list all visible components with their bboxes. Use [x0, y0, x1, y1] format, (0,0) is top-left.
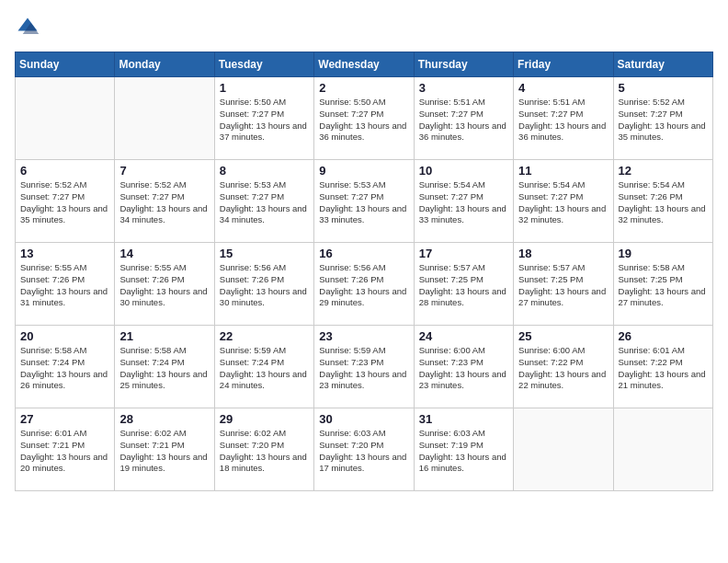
- weekday-header: Tuesday: [214, 52, 313, 77]
- calendar-cell: [115, 77, 214, 160]
- day-number: 17: [419, 247, 508, 260]
- day-number: 25: [518, 329, 608, 343]
- day-detail: Sunrise: 5:51 AM Sunset: 7:27 PM Dayligh…: [419, 97, 508, 144]
- day-number: 1: [220, 81, 309, 95]
- day-detail: Sunrise: 5:55 AM Sunset: 7:26 PM Dayligh…: [20, 262, 109, 309]
- calendar-cell: [613, 408, 712, 491]
- day-detail: Sunrise: 5:58 AM Sunset: 7:25 PM Dayligh…: [619, 262, 708, 309]
- day-detail: Sunrise: 6:02 AM Sunset: 7:21 PM Dayligh…: [119, 428, 209, 475]
- day-detail: Sunrise: 6:01 AM Sunset: 7:21 PM Dayligh…: [20, 428, 109, 475]
- day-number: 30: [319, 412, 408, 426]
- day-number: 26: [619, 329, 708, 343]
- day-detail: Sunrise: 5:58 AM Sunset: 7:24 PM Dayligh…: [20, 345, 109, 392]
- day-detail: Sunrise: 5:53 AM Sunset: 7:27 PM Dayligh…: [319, 179, 408, 226]
- page-header: [15, 15, 713, 40]
- day-number: 18: [518, 247, 608, 260]
- calendar-cell: 12Sunrise: 5:54 AM Sunset: 7:26 PM Dayli…: [613, 160, 712, 243]
- day-number: 16: [319, 247, 408, 260]
- day-number: 5: [619, 81, 708, 95]
- day-detail: Sunrise: 6:02 AM Sunset: 7:20 PM Dayligh…: [220, 428, 309, 475]
- day-detail: Sunrise: 6:00 AM Sunset: 7:23 PM Dayligh…: [419, 345, 508, 392]
- day-number: 19: [619, 247, 708, 260]
- calendar-cell: [514, 408, 613, 491]
- day-detail: Sunrise: 5:54 AM Sunset: 7:26 PM Dayligh…: [619, 179, 708, 226]
- calendar-cell: 17Sunrise: 5:57 AM Sunset: 7:25 PM Dayli…: [414, 243, 513, 326]
- calendar-cell: 6Sunrise: 5:52 AM Sunset: 7:27 PM Daylig…: [16, 160, 115, 243]
- calendar-cell: 27Sunrise: 6:01 AM Sunset: 7:21 PM Dayli…: [16, 408, 115, 491]
- calendar-cell: 10Sunrise: 5:54 AM Sunset: 7:27 PM Dayli…: [414, 160, 513, 243]
- calendar-cell: 21Sunrise: 5:58 AM Sunset: 7:24 PM Dayli…: [115, 326, 214, 408]
- logo: [15, 15, 44, 40]
- day-number: 8: [220, 164, 309, 178]
- calendar-cell: 29Sunrise: 6:02 AM Sunset: 7:20 PM Dayli…: [214, 408, 313, 491]
- calendar-cell: 7Sunrise: 5:52 AM Sunset: 7:27 PM Daylig…: [115, 160, 214, 243]
- day-number: 22: [220, 329, 309, 343]
- calendar-week-row: 6Sunrise: 5:52 AM Sunset: 7:27 PM Daylig…: [16, 160, 713, 243]
- day-detail: Sunrise: 5:50 AM Sunset: 7:27 PM Dayligh…: [319, 97, 408, 144]
- day-detail: Sunrise: 5:50 AM Sunset: 7:27 PM Dayligh…: [220, 97, 309, 144]
- day-number: 13: [20, 247, 109, 260]
- day-number: 9: [319, 164, 408, 178]
- day-number: 31: [419, 412, 508, 426]
- day-number: 23: [319, 329, 408, 343]
- weekday-header: Friday: [514, 52, 613, 77]
- calendar-cell: 24Sunrise: 6:00 AM Sunset: 7:23 PM Dayli…: [414, 326, 513, 408]
- day-detail: Sunrise: 6:03 AM Sunset: 7:19 PM Dayligh…: [419, 428, 508, 475]
- day-number: 14: [119, 247, 209, 260]
- calendar-cell: 25Sunrise: 6:00 AM Sunset: 7:22 PM Dayli…: [514, 326, 613, 408]
- day-number: 24: [419, 329, 508, 343]
- day-number: 2: [319, 81, 408, 95]
- day-number: 21: [119, 329, 209, 343]
- day-detail: Sunrise: 5:57 AM Sunset: 7:25 PM Dayligh…: [419, 262, 508, 309]
- day-detail: Sunrise: 5:59 AM Sunset: 7:24 PM Dayligh…: [220, 345, 309, 392]
- calendar-cell: 2Sunrise: 5:50 AM Sunset: 7:27 PM Daylig…: [314, 77, 414, 160]
- logo-icon: [15, 15, 40, 40]
- day-number: 29: [220, 412, 309, 426]
- day-detail: Sunrise: 5:52 AM Sunset: 7:27 PM Dayligh…: [119, 179, 209, 226]
- calendar-cell: 11Sunrise: 5:54 AM Sunset: 7:27 PM Dayli…: [514, 160, 613, 243]
- calendar-table: SundayMondayTuesdayWednesdayThursdayFrid…: [15, 52, 713, 491]
- calendar-header-row: SundayMondayTuesdayWednesdayThursdayFrid…: [16, 52, 713, 77]
- calendar-cell: 9Sunrise: 5:53 AM Sunset: 7:27 PM Daylig…: [314, 160, 414, 243]
- weekday-header: Monday: [115, 52, 214, 77]
- weekday-header: Thursday: [414, 52, 513, 77]
- day-detail: Sunrise: 6:01 AM Sunset: 7:22 PM Dayligh…: [619, 345, 708, 392]
- day-number: 7: [119, 164, 209, 178]
- calendar-cell: 16Sunrise: 5:56 AM Sunset: 7:26 PM Dayli…: [314, 243, 414, 326]
- calendar-week-row: 20Sunrise: 5:58 AM Sunset: 7:24 PM Dayli…: [16, 326, 713, 408]
- calendar-cell: 18Sunrise: 5:57 AM Sunset: 7:25 PM Dayli…: [514, 243, 613, 326]
- calendar-cell: 30Sunrise: 6:03 AM Sunset: 7:20 PM Dayli…: [314, 408, 414, 491]
- calendar-cell: 31Sunrise: 6:03 AM Sunset: 7:19 PM Dayli…: [414, 408, 513, 491]
- day-detail: Sunrise: 5:59 AM Sunset: 7:23 PM Dayligh…: [319, 345, 408, 392]
- day-number: 11: [518, 164, 608, 178]
- calendar-cell: 23Sunrise: 5:59 AM Sunset: 7:23 PM Dayli…: [314, 326, 414, 408]
- day-number: 27: [20, 412, 109, 426]
- calendar-cell: 15Sunrise: 5:56 AM Sunset: 7:26 PM Dayli…: [214, 243, 313, 326]
- weekday-header: Wednesday: [314, 52, 414, 77]
- day-detail: Sunrise: 5:54 AM Sunset: 7:27 PM Dayligh…: [518, 179, 608, 226]
- calendar-cell: 20Sunrise: 5:58 AM Sunset: 7:24 PM Dayli…: [16, 326, 115, 408]
- day-number: 12: [619, 164, 708, 178]
- day-detail: Sunrise: 5:54 AM Sunset: 7:27 PM Dayligh…: [419, 179, 508, 226]
- calendar-cell: [16, 77, 115, 160]
- calendar-cell: 8Sunrise: 5:53 AM Sunset: 7:27 PM Daylig…: [214, 160, 313, 243]
- day-detail: Sunrise: 6:00 AM Sunset: 7:22 PM Dayligh…: [518, 345, 608, 392]
- day-detail: Sunrise: 5:57 AM Sunset: 7:25 PM Dayligh…: [518, 262, 608, 309]
- day-number: 28: [119, 412, 209, 426]
- calendar-cell: 22Sunrise: 5:59 AM Sunset: 7:24 PM Dayli…: [214, 326, 313, 408]
- day-detail: Sunrise: 5:52 AM Sunset: 7:27 PM Dayligh…: [619, 97, 708, 144]
- calendar-cell: 13Sunrise: 5:55 AM Sunset: 7:26 PM Dayli…: [16, 243, 115, 326]
- calendar-cell: 5Sunrise: 5:52 AM Sunset: 7:27 PM Daylig…: [613, 77, 712, 160]
- day-number: 20: [20, 329, 109, 343]
- calendar-cell: 19Sunrise: 5:58 AM Sunset: 7:25 PM Dayli…: [613, 243, 712, 326]
- calendar-cell: 14Sunrise: 5:55 AM Sunset: 7:26 PM Dayli…: [115, 243, 214, 326]
- calendar-cell: 4Sunrise: 5:51 AM Sunset: 7:27 PM Daylig…: [514, 77, 613, 160]
- calendar-cell: 1Sunrise: 5:50 AM Sunset: 7:27 PM Daylig…: [214, 77, 313, 160]
- day-detail: Sunrise: 5:55 AM Sunset: 7:26 PM Dayligh…: [119, 262, 209, 309]
- calendar-cell: 3Sunrise: 5:51 AM Sunset: 7:27 PM Daylig…: [414, 77, 513, 160]
- day-detail: Sunrise: 5:52 AM Sunset: 7:27 PM Dayligh…: [20, 179, 109, 226]
- day-detail: Sunrise: 5:56 AM Sunset: 7:26 PM Dayligh…: [319, 262, 408, 309]
- calendar-cell: 26Sunrise: 6:01 AM Sunset: 7:22 PM Dayli…: [613, 326, 712, 408]
- day-detail: Sunrise: 5:58 AM Sunset: 7:24 PM Dayligh…: [119, 345, 209, 392]
- weekday-header: Saturday: [613, 52, 712, 77]
